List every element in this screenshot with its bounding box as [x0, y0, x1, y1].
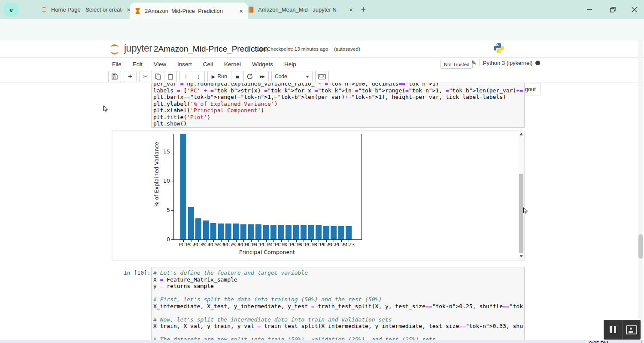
restart-kernel-button[interactable]	[243, 71, 256, 82]
x-tick-mark	[304, 240, 304, 242]
x-tick-mark	[243, 240, 244, 242]
code-cell-input-train-test-split[interactable]: # Let's define the feature and target va…	[151, 267, 525, 343]
browser-tab-strip: v Home Page - Select or create a × 2Amaz…	[0, 0, 644, 19]
bar-PC7	[225, 224, 231, 239]
video-controls-overlay	[604, 320, 641, 340]
bar-PC9	[240, 224, 246, 239]
bar-PC1	[180, 134, 186, 239]
new-tab-button[interactable]: +	[357, 3, 369, 15]
jupyter-logo-text[interactable]: jupyter	[124, 43, 152, 54]
code-line: y = returns_sample	[153, 283, 524, 290]
explained-variance-bar-chart: % of Explained Variance Principal Compon…	[112, 130, 518, 260]
x-tick-mark	[334, 240, 334, 242]
tab-search-button[interactable]: v	[4, 3, 18, 17]
code-editor[interactable]: per_var = np.round(pca.explained_varianc…	[153, 83, 524, 127]
y-tick-label: 10	[158, 178, 170, 184]
copy-cells-button[interactable]	[152, 71, 164, 82]
menu-cell[interactable]: Cell	[197, 61, 219, 67]
browser-navigation-bar: localhost:8888/notebooks/2Amazon_Mid-Pri…	[0, 19, 644, 40]
scissors-icon: ✂	[143, 73, 148, 80]
x-tick-label: PC23	[343, 242, 355, 248]
paste-icon	[167, 74, 173, 80]
chevron-down-icon	[306, 76, 309, 78]
output-scrollbar[interactable]	[518, 130, 524, 260]
copy-icon	[155, 74, 161, 80]
code-line: plt.ylabel('% of Explained Variance')	[153, 101, 524, 107]
insert-cell-button[interactable]: +	[124, 71, 137, 82]
trust-notebook-button[interactable]: Not Trusted	[440, 60, 473, 69]
tab-amazon-mean-mid[interactable]: Amazon_Mean_Mid - Jupyter N ×	[243, 0, 358, 19]
y-axis-label: % of Explained Variance	[153, 130, 160, 218]
save-icon	[112, 74, 118, 80]
output-scroll-area[interactable]: % of Explained Variance Principal Compon…	[112, 130, 525, 260]
cell-type-select[interactable]: Code	[271, 71, 313, 82]
bar-PC5	[210, 223, 216, 239]
x-tick-mark	[191, 240, 191, 242]
bar-PC12	[263, 225, 269, 239]
notebook-title[interactable]: 2Amazon_Mid-Price_Prediction	[154, 44, 268, 54]
menu-kernel[interactable]: Kernel	[219, 61, 246, 67]
run-cell-button[interactable]: ▶ Run	[207, 71, 231, 82]
notebook-toolbar: + ✂ ↑ ↓ ▶ Run	[108, 71, 329, 82]
tab-divider	[353, 6, 353, 13]
y-tick-label: 5	[158, 207, 170, 213]
browser-scrollbar-thumb[interactable]	[638, 234, 643, 259]
restart-run-all-button[interactable]: ▶▶	[256, 71, 269, 82]
code-line	[153, 309, 524, 316]
menu-widgets[interactable]: Widgets	[246, 61, 279, 67]
x-tick-mark	[281, 240, 282, 242]
menu-help[interactable]: Help	[279, 61, 302, 67]
code-editor[interactable]: # Let's define the feature and target va…	[153, 270, 524, 343]
taskbar-clock: 9:05 PM	[589, 340, 608, 343]
pause-button[interactable]	[604, 320, 622, 340]
taskbar-divider	[641, 340, 642, 343]
scroll-down-arrow-icon[interactable]	[519, 255, 523, 257]
scroll-up-arrow-icon[interactable]	[519, 133, 523, 135]
command-palette-button[interactable]	[315, 71, 329, 82]
bar-PC2	[188, 207, 194, 239]
x-tick-mark	[289, 240, 289, 242]
pause-icon	[610, 326, 616, 333]
bar-PC22	[338, 226, 344, 239]
tab-mid-price-prediction[interactable]: 2Amazon_Mid-Price_Prediction ×	[130, 3, 248, 19]
bars-container	[174, 134, 361, 239]
menu-insert[interactable]: Insert	[172, 61, 197, 67]
menu-edit[interactable]: Edit	[127, 61, 148, 67]
bar-PC10	[248, 224, 254, 239]
picture-in-picture-button[interactable]	[623, 320, 641, 340]
x-axis-label: Principal Component	[239, 249, 295, 255]
kernel-indicator-area: ✎ Python 3 (ipykernel)	[471, 59, 540, 67]
bar-PC14	[278, 225, 284, 239]
move-cell-down-button[interactable]: ↓	[192, 71, 205, 82]
interrupt-kernel-button[interactable]: ■	[231, 71, 244, 82]
move-cell-up-button[interactable]: ↑	[179, 71, 192, 82]
bar-PC20	[323, 226, 329, 239]
menu-file[interactable]: File	[106, 61, 127, 67]
restart-icon	[247, 74, 253, 80]
save-button[interactable]	[108, 71, 121, 82]
code-cell-input-pca[interactable]: per_var = np.round(pca.explained_varianc…	[151, 83, 525, 128]
cut-cells-button[interactable]: ✂	[139, 71, 152, 82]
code-line: # Let's define the feature and target va…	[153, 270, 524, 276]
code-line: X = Feature_Matrix_sample	[153, 276, 524, 283]
restore-button[interactable]	[606, 3, 619, 15]
y-tick-label: 15	[158, 148, 170, 155]
code-line: plt.show()	[153, 120, 524, 127]
code-line: plt.title('Plot')	[153, 114, 524, 121]
tab-home-page[interactable]: Home Page - Select or create a ×	[36, 0, 136, 19]
paste-cells-button[interactable]	[164, 71, 177, 82]
y-tick-mark	[171, 210, 173, 211]
code-line: # First, let's split the data into train…	[153, 296, 524, 303]
x-tick-mark	[296, 240, 297, 242]
bar-PC6	[218, 224, 224, 239]
x-tick-mark	[258, 240, 259, 242]
minimize-button[interactable]	[583, 3, 596, 15]
menu-view[interactable]: View	[148, 61, 172, 67]
x-tick-mark	[341, 240, 342, 242]
minimize-icon	[587, 7, 592, 12]
close-window-button[interactable]	[628, 3, 641, 15]
browser-scrollbar[interactable]	[638, 40, 643, 343]
pencil-icon[interactable]: ✎	[471, 59, 477, 66]
code-line: X_train, X_val, y_train, y_val = train_t…	[153, 323, 524, 330]
x-tick-mark	[266, 240, 267, 242]
